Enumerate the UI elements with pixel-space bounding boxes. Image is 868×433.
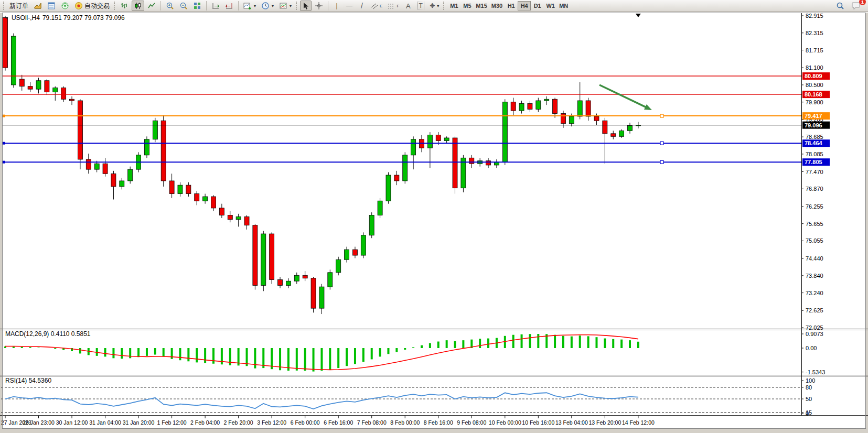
- svg-text:78.085: 78.085: [806, 151, 823, 157]
- candle-bull: [577, 101, 582, 116]
- timeframe-w1[interactable]: W1: [544, 1, 557, 10]
- candle-bear: [45, 81, 49, 92]
- svg-text:14 Feb 12:00: 14 Feb 12:00: [622, 419, 655, 426]
- text-label-tool-button[interactable]: T: [415, 1, 426, 11]
- timeframe-h4[interactable]: H4: [518, 1, 531, 10]
- horizontal-line-tool-button[interactable]: —: [344, 1, 355, 11]
- svg-text:0.00: 0.00: [806, 345, 817, 351]
- svg-text:79.900: 79.900: [806, 99, 823, 105]
- hline-handle[interactable]: [660, 114, 663, 117]
- svg-text:10 Feb 00:00: 10 Feb 00:00: [489, 419, 521, 426]
- svg-text:77.805: 77.805: [805, 159, 822, 165]
- text-tool-button[interactable]: A: [402, 1, 414, 11]
- text-tool-icon: A: [406, 2, 411, 10]
- candle-bear: [453, 138, 457, 188]
- zoom-in-button[interactable]: [164, 1, 176, 11]
- toolbar-right-group: 1: [834, 1, 866, 11]
- toolbar-grip[interactable]: [3, 2, 5, 10]
- candle-bear: [3, 18, 8, 68]
- tile-windows-button[interactable]: [191, 1, 203, 11]
- mt4-application: 新订单 自动交易: [0, 0, 868, 433]
- candle-bear: [219, 208, 224, 215]
- candle-bull: [203, 197, 208, 201]
- candle-bear: [161, 121, 166, 181]
- svg-text:76.255: 76.255: [806, 203, 823, 210]
- auto-scroll-button[interactable]: [209, 1, 222, 11]
- candle-bear: [228, 215, 232, 220]
- chevron-down-icon: ▾: [254, 4, 256, 8]
- candle-bear: [70, 99, 74, 101]
- svg-text:31 Jan 04:00: 31 Jan 04:00: [89, 419, 121, 426]
- hline-handle[interactable]: [660, 142, 663, 145]
- candle-bear: [211, 197, 216, 208]
- signals-button[interactable]: [59, 1, 71, 11]
- svg-text:3 Feb 12:00: 3 Feb 12:00: [257, 419, 286, 426]
- candle-bear: [28, 86, 33, 89]
- candle-bull: [153, 121, 157, 139]
- svg-text:73.240: 73.240: [806, 290, 823, 296]
- candle-bear: [19, 79, 24, 86]
- svg-text:13 Feb 04:00: 13 Feb 04:00: [555, 419, 588, 426]
- indicators-button[interactable]: ▾: [241, 1, 258, 11]
- timeframe-mn[interactable]: MN: [557, 1, 570, 10]
- zoom-out-icon: [179, 2, 188, 10]
- data-window-button[interactable]: [45, 1, 58, 11]
- candle-bull: [519, 103, 524, 111]
- svg-text:29 Jan 23:00: 29 Jan 23:00: [23, 419, 55, 426]
- vertical-line-tool-button[interactable]: |: [331, 1, 342, 11]
- crosshair-tool-button[interactable]: [313, 1, 325, 11]
- candlestick-chart-button[interactable]: [132, 1, 144, 11]
- timeframe-m15[interactable]: M15: [474, 1, 489, 10]
- timeframe-h1[interactable]: H1: [505, 1, 518, 10]
- zoom-out-button[interactable]: [177, 1, 190, 11]
- svg-text:79.096: 79.096: [805, 122, 822, 128]
- svg-text:80: 80: [806, 384, 812, 391]
- candle-bear: [86, 159, 91, 169]
- chart-window: 82.91582.31581.71581.10080.50079.90079.2…: [0, 13, 868, 433]
- candle-bear: [111, 174, 116, 187]
- toolbar-grip[interactable]: [443, 2, 445, 10]
- fibonacci-tool-button[interactable]: F: [385, 1, 401, 11]
- candle-bear: [169, 181, 174, 194]
- chart-canvas[interactable]: 82.91582.31581.71581.10080.50079.90079.2…: [0, 13, 868, 433]
- market-watch-button[interactable]: [31, 1, 44, 11]
- auto-trading-button[interactable]: 自动交易: [72, 1, 112, 11]
- candle-bear: [603, 121, 607, 134]
- channel-sub-label: E: [380, 4, 382, 8]
- hline-handle[interactable]: [660, 160, 663, 164]
- signal-icon: [61, 2, 69, 10]
- templates-button[interactable]: ▾: [277, 1, 294, 11]
- bar-chart-icon: [120, 2, 128, 9]
- svg-text:75.055: 75.055: [806, 237, 823, 244]
- trendline-tool-button[interactable]: /: [356, 1, 368, 11]
- svg-text:72.025: 72.025: [806, 324, 823, 331]
- toolbar-grip[interactable]: [114, 2, 116, 10]
- notifications-button[interactable]: 1: [850, 1, 863, 11]
- candle-bull: [236, 216, 241, 219]
- candle-bear: [561, 114, 565, 124]
- new-order-button[interactable]: 新订单: [7, 1, 30, 11]
- periods-button[interactable]: ▾: [259, 1, 276, 11]
- timeframe-m1[interactable]: M1: [447, 1, 460, 10]
- timeframe-m5[interactable]: M5: [460, 1, 474, 10]
- line-chart-icon: [147, 2, 156, 9]
- candle-bear: [186, 185, 191, 193]
- timeframe-m30[interactable]: M30: [489, 1, 505, 10]
- bar-chart-button[interactable]: [118, 1, 131, 11]
- channel-tool-button[interactable]: E: [369, 1, 384, 11]
- candle-bear: [78, 101, 82, 159]
- candle-bear: [61, 88, 66, 99]
- chart-shift-button[interactable]: [223, 1, 235, 11]
- search-button[interactable]: [834, 1, 846, 11]
- cursor-tool-button[interactable]: [300, 1, 312, 11]
- candle-bull: [120, 181, 124, 187]
- timeframe-d1[interactable]: D1: [531, 1, 544, 10]
- auto-trading-label: 自动交易: [84, 2, 110, 10]
- svg-text:79.417: 79.417: [805, 113, 822, 119]
- candle-bear: [303, 275, 307, 278]
- line-chart-button[interactable]: [145, 1, 158, 11]
- candle-bull: [53, 88, 58, 92]
- new-order-label: 新订单: [9, 2, 28, 10]
- arrows-tool-button[interactable]: ✥ ▾: [427, 1, 441, 11]
- toolbar-grip[interactable]: [296, 2, 298, 10]
